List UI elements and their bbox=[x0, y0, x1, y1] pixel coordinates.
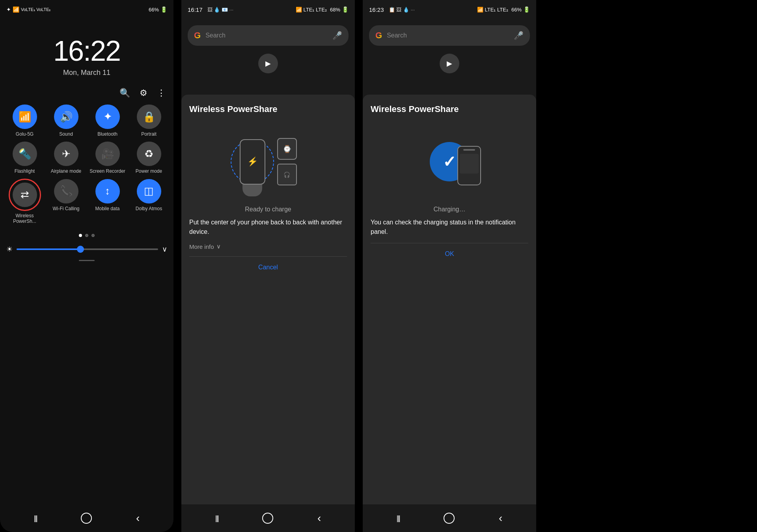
status-right-2: 📶 LTE₁ LTE₂ 68% 🔋 bbox=[296, 6, 349, 13]
tile-airplane-label: Airplane mode bbox=[51, 168, 81, 174]
recents-button-2[interactable]: ||| bbox=[215, 514, 218, 523]
clock-section: 16:22 Mon, March 11 bbox=[0, 19, 173, 85]
google-search-bar-3[interactable]: G Search 🎤 bbox=[369, 25, 530, 46]
tile-sound[interactable]: 🔊 Sound bbox=[48, 105, 84, 137]
tile-portrait-icon: 🔒 bbox=[137, 105, 161, 129]
dialog-ready: Wireless PowerShare ⚡ ⌚ 🎧 bbox=[181, 95, 355, 504]
recents-button[interactable]: ||| bbox=[34, 514, 37, 523]
sun-icon: ☀ bbox=[6, 245, 13, 254]
illustration-ready: ⚡ ⌚ 🎧 bbox=[189, 122, 347, 201]
panel-charging: 16:23 📋 🖼 💧 ··· 📶 LTE₁ LTE₂ 66% 🔋 G Sear… bbox=[363, 0, 536, 532]
tile-portrait[interactable]: 🔒 Portrait bbox=[131, 105, 167, 137]
status-right-1: 66% 🔋 bbox=[149, 6, 167, 13]
earphone-icon: 🎧 bbox=[277, 164, 297, 185]
wifi-status-icon: 📶 bbox=[13, 6, 19, 13]
tile-sound-icon: 🔊 bbox=[54, 105, 78, 129]
tile-mobile-icon: ↕ bbox=[95, 179, 120, 203]
illustration-content-3: ✓ bbox=[430, 142, 469, 181]
page-dots bbox=[0, 228, 173, 243]
ok-button[interactable]: OK bbox=[371, 243, 528, 265]
home-button[interactable] bbox=[81, 513, 92, 524]
settings-icon[interactable]: ⚙ bbox=[140, 88, 147, 98]
tile-dolby-icon: ◫ bbox=[137, 179, 161, 203]
tile-screenrec[interactable]: 🎥 Screen Recorder bbox=[89, 142, 126, 174]
tile-screenrec-icon: 🎥 bbox=[95, 142, 120, 166]
google-logo-2: G bbox=[194, 30, 201, 41]
page-dot-3 bbox=[91, 234, 95, 237]
dialog-title-3: Wireless PowerShare bbox=[371, 104, 528, 114]
tile-mobile-data[interactable]: ↕ Mobile data bbox=[89, 179, 126, 224]
tile-dolby[interactable]: ◫ Dolby Atmos bbox=[131, 179, 167, 224]
signal-icons-3: 📶 LTE₁ LTE₂ bbox=[477, 7, 508, 13]
tile-wifi-icon: 📶 bbox=[13, 105, 37, 129]
hand-phone: ⚡ bbox=[240, 139, 265, 185]
hand-shape bbox=[242, 183, 262, 196]
brightness-chevron-icon[interactable]: ∨ bbox=[162, 245, 167, 254]
battery-2: 68% bbox=[330, 7, 340, 13]
notification-icons-3: 📋 🖼 💧 ··· bbox=[389, 7, 415, 13]
battery-icon-3: 🔋 bbox=[523, 6, 530, 13]
play-button-3[interactable]: ▶ bbox=[440, 54, 459, 73]
brightness-thumb[interactable] bbox=[77, 246, 84, 253]
tile-airplane-icon: ✈ bbox=[54, 142, 78, 166]
phone-speaker bbox=[463, 149, 475, 151]
mic-icon-2[interactable]: 🎤 bbox=[332, 31, 342, 40]
home-button-2[interactable] bbox=[262, 513, 273, 524]
tile-wifi-calling[interactable]: 📞 Wi-Fi Calling bbox=[48, 179, 84, 224]
google-search-bar-2[interactable]: G Search 🎤 bbox=[188, 25, 349, 46]
devices-right: ⌚ 🎧 bbox=[277, 138, 297, 185]
nav-bar-1: ||| ‹ bbox=[0, 504, 173, 532]
time-3: 16:23 bbox=[369, 6, 384, 13]
tile-mobile-label: Mobile data bbox=[95, 206, 119, 211]
tile-bluetooth-icon: ✦ bbox=[95, 105, 120, 129]
search-placeholder-2: Search bbox=[205, 32, 328, 39]
search-icon[interactable]: 🔍 bbox=[119, 88, 130, 98]
nav-bar-2: ||| ‹ bbox=[181, 504, 355, 532]
gap-2 bbox=[355, 0, 363, 532]
battery-icon-2: 🔋 bbox=[342, 6, 349, 13]
tile-wps-label: Wireless PowerSh... bbox=[6, 213, 43, 224]
battery-3: 66% bbox=[511, 7, 522, 13]
back-button-2[interactable]: ‹ bbox=[317, 512, 321, 525]
phone-right-overlay bbox=[457, 146, 481, 185]
tile-wificall-icon: 📞 bbox=[54, 179, 78, 203]
dialog-status-3: Charging… bbox=[371, 206, 528, 213]
time-2: 16:17 bbox=[188, 6, 203, 13]
home-button-3[interactable] bbox=[444, 513, 455, 524]
panel-ready-charge: 16:17 🖼 💧 📧 ··· 📶 LTE₁ LTE₂ 68% 🔋 G Sear… bbox=[181, 0, 355, 532]
page-dot-2 bbox=[85, 234, 88, 237]
play-button-2[interactable]: ▶ bbox=[258, 54, 278, 73]
network-status-text: VoLTE₁ VoLTE₂ bbox=[21, 7, 50, 12]
tile-airplane[interactable]: ✈ Airplane mode bbox=[48, 142, 84, 174]
tile-power-icon: ♻ bbox=[137, 142, 161, 166]
tile-wificall-label: Wi-Fi Calling bbox=[52, 206, 79, 211]
recents-button-3[interactable]: ||| bbox=[397, 514, 400, 523]
back-button[interactable]: ‹ bbox=[136, 512, 140, 525]
battery-icon-1: 🔋 bbox=[160, 6, 167, 13]
tile-wifi[interactable]: 📶 Golu-5G bbox=[6, 105, 43, 137]
tile-portrait-label: Portrait bbox=[141, 131, 157, 137]
qs-toolbar: 🔍 ⚙ ⋮ bbox=[0, 85, 173, 101]
play-area-3: ▶ bbox=[363, 46, 536, 73]
dialog-desc-2: Put the center of your phone back to bac… bbox=[189, 218, 347, 237]
more-options-icon[interactable]: ⋮ bbox=[157, 88, 166, 98]
tile-flashlight-icon: 🔦 bbox=[13, 142, 37, 166]
tile-power[interactable]: ♻ Power mode bbox=[131, 142, 167, 174]
tile-flashlight[interactable]: 🔦 Flashlight bbox=[6, 142, 43, 174]
back-button-3[interactable]: ‹ bbox=[499, 512, 502, 525]
status-left-1: ✦ 📶 VoLTE₁ VoLTE₂ bbox=[6, 6, 50, 13]
cancel-button[interactable]: Cancel bbox=[189, 257, 347, 278]
brightness-slider[interactable] bbox=[17, 248, 158, 250]
tile-wireless-powershare[interactable]: ⇄ Wireless PowerSh... bbox=[6, 179, 43, 224]
nav-bar-3: ||| ‹ bbox=[363, 504, 536, 532]
tile-power-label: Power mode bbox=[136, 168, 162, 174]
clock-date: Mon, March 11 bbox=[0, 69, 173, 77]
more-info-row[interactable]: More info ∨ bbox=[189, 243, 347, 250]
mic-icon-3[interactable]: 🎤 bbox=[514, 31, 524, 40]
gap-1 bbox=[173, 0, 181, 532]
phone-screen bbox=[460, 154, 479, 174]
tile-bluetooth[interactable]: ✦ Bluetooth bbox=[89, 105, 126, 137]
battery-text-1: 66% bbox=[149, 7, 159, 13]
clock-time: 16:22 bbox=[0, 35, 173, 67]
google-logo-3: G bbox=[375, 30, 382, 41]
